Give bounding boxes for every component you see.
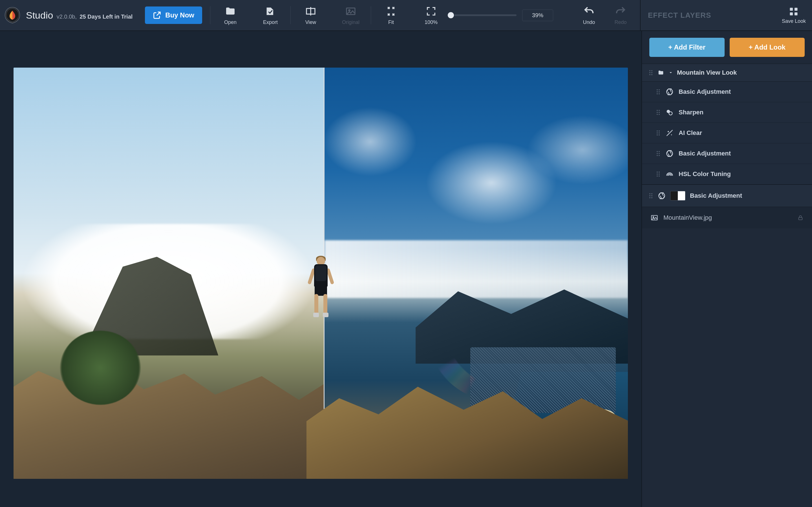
undo-icon: [583, 5, 595, 17]
aperture-icon: [658, 192, 666, 200]
original-label: Original: [342, 19, 359, 25]
zoom-100-button[interactable]: 100%: [419, 5, 443, 25]
redo-icon: [615, 5, 626, 17]
aperture-icon: [666, 88, 673, 96]
hsl-icon: [666, 170, 673, 178]
layer-item[interactable]: Basic Adjustment: [642, 144, 812, 164]
after-image: [324, 68, 628, 479]
root-layer-item[interactable]: Basic Adjustment: [642, 184, 812, 207]
sparkle-icon: [666, 129, 673, 137]
layer-item-name: HSL Color Tuning: [679, 170, 731, 178]
undo-button[interactable]: Undo: [577, 5, 601, 25]
expand-icon: [425, 5, 437, 17]
folder-icon: [224, 5, 236, 17]
export-button[interactable]: Export: [258, 5, 283, 25]
export-label: Export: [263, 19, 278, 25]
fit-button[interactable]: Fit: [379, 5, 403, 25]
lock-icon: [797, 215, 804, 221]
source-image-row[interactable]: MountainView.jpg: [642, 207, 812, 228]
layer-item-name: Basic Adjustment: [679, 150, 731, 157]
drag-handle-icon[interactable]: [657, 89, 661, 94]
open-button[interactable]: Open: [218, 5, 243, 25]
zoom-slider-knob[interactable]: [448, 12, 454, 18]
image-icon: [345, 5, 357, 17]
drag-handle-icon[interactable]: [657, 130, 661, 135]
fit-icon: [385, 5, 397, 17]
redo-label: Redo: [614, 19, 626, 25]
aperture-icon: [666, 150, 673, 158]
layer-item-name: Sharpen: [679, 109, 703, 116]
external-icon: [153, 11, 161, 19]
undo-label: Undo: [583, 19, 595, 25]
open-label: Open: [224, 19, 237, 25]
version-label: v2.0.0b,: [57, 13, 77, 20]
panel-title: EFFECT LAYERS: [648, 11, 711, 20]
image-canvas[interactable]: [13, 68, 628, 479]
add-look-button[interactable]: + Add Look: [730, 38, 805, 57]
buy-now-label: Buy Now: [165, 11, 194, 19]
drag-handle-icon[interactable]: [649, 193, 653, 198]
grid-icon: [789, 6, 799, 17]
svg-point-3: [349, 10, 350, 11]
layer-item-name: AI Clear: [679, 129, 702, 136]
drag-handle-icon[interactable]: [657, 172, 661, 177]
layer-item-name: Basic Adjustment: [679, 88, 731, 96]
layer-item[interactable]: HSL Color Tuning: [642, 164, 812, 184]
layer-group-header[interactable]: Mountain View Look: [642, 64, 812, 82]
folder-icon: [657, 69, 665, 76]
subject-person: [311, 257, 331, 322]
buy-now-button[interactable]: Buy Now: [145, 6, 202, 24]
save-look-label: Save Look: [782, 18, 806, 24]
trial-label: 25 Days Left in Trial: [80, 13, 133, 20]
caret-down-icon: [668, 70, 673, 75]
app-logo: [4, 7, 21, 24]
split-view-icon: [305, 5, 317, 17]
redo-button[interactable]: Redo: [608, 5, 633, 25]
svg-rect-6: [790, 12, 793, 15]
view-button[interactable]: View: [299, 5, 323, 25]
svg-rect-15: [799, 217, 802, 220]
export-icon: [264, 5, 276, 17]
svg-point-10: [669, 112, 672, 115]
drag-handle-icon[interactable]: [657, 110, 661, 115]
zoom-100-label: 100%: [424, 19, 438, 25]
add-filter-button[interactable]: + Add Filter: [649, 38, 725, 57]
layer-group-name: Mountain View Look: [677, 69, 737, 76]
drag-handle-icon[interactable]: [649, 70, 653, 75]
mask-thumbnail[interactable]: [670, 191, 686, 201]
svg-rect-5: [795, 8, 798, 11]
view-label: View: [305, 19, 316, 25]
image-filename: MountainView.jpg: [663, 214, 712, 221]
save-look-button[interactable]: Save Look: [782, 6, 806, 24]
drag-handle-icon[interactable]: [657, 151, 661, 156]
original-button[interactable]: Original: [339, 5, 363, 25]
sharpen-icon: [666, 108, 673, 116]
layer-item[interactable]: AI Clear: [642, 123, 812, 144]
layer-item[interactable]: Basic Adjustment: [642, 82, 812, 102]
root-layer-name: Basic Adjustment: [690, 192, 742, 200]
before-image: [13, 68, 324, 479]
zoom-slider[interactable]: [449, 14, 516, 16]
image-icon: [651, 214, 658, 222]
svg-rect-4: [790, 8, 793, 11]
layer-item[interactable]: Sharpen: [642, 102, 812, 123]
app-title: Studio: [26, 10, 53, 20]
svg-point-14: [653, 217, 654, 218]
zoom-value[interactable]: 39%: [522, 10, 553, 21]
canvas-area[interactable]: [0, 31, 642, 507]
svg-rect-7: [795, 12, 798, 15]
fit-label: Fit: [388, 19, 394, 25]
